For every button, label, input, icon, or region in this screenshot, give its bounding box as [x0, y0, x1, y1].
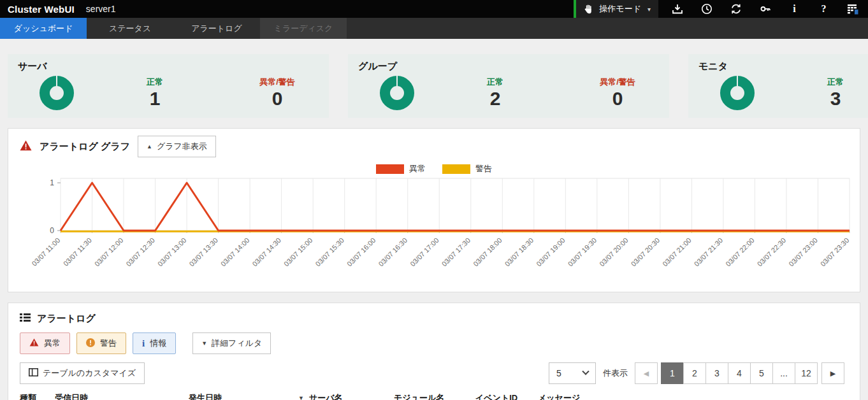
page-button-...[interactable]: ... — [772, 362, 795, 384]
page-button-5[interactable]: 5 — [750, 362, 773, 384]
svg-text:03/07 18:30: 03/07 18:30 — [503, 236, 535, 268]
column-label: イベントID — [475, 392, 517, 400]
filter-label: 情報 — [150, 338, 166, 349]
chart-legend: 異常警告 — [8, 163, 860, 175]
customize-table-button[interactable]: テーブルのカスタマイズ — [20, 362, 145, 384]
summary-card: サーバ正常1異常/警告0 — [8, 54, 329, 118]
alert-panel-title: アラートログ — [37, 313, 96, 325]
tab-ステータス[interactable]: ステータス — [87, 18, 173, 39]
key-icon[interactable] — [759, 3, 771, 15]
refresh-icon[interactable] — [730, 3, 742, 15]
svg-text:03/07 14:00: 03/07 14:00 — [219, 236, 251, 268]
filter-label: 警告 — [100, 338, 117, 349]
summary-card: モニタ正常3異常/警告0 — [688, 54, 868, 118]
column-header-メッセージ[interactable]: メッセージ — [538, 392, 848, 400]
table-toolbar: テーブルのカスタマイズ 5 件表示 ◀12345...12▶ — [20, 362, 848, 384]
stat-label: 正常 — [794, 76, 868, 88]
alert-log-panel: アラートログ 異常警告i情報▼詳細フィルタ テーブルのカスタマイズ 5 件表示 … — [8, 303, 860, 400]
filter-警告-button[interactable]: 警告 — [76, 332, 126, 354]
alert-log-line-chart: 03/07 11:0003/07 11:3003/07 12:0003/07 1… — [15, 175, 857, 278]
svg-text:03/07 11:00: 03/07 11:00 — [30, 236, 61, 268]
info-i-icon: i — [142, 339, 145, 348]
caret-down-icon: ▼ — [201, 340, 207, 346]
sort-desc-icon: ▼ — [298, 395, 304, 400]
caret-right-icon: ▶ — [830, 369, 835, 378]
column-header-種類[interactable]: 種類 — [20, 392, 55, 400]
filter-情報-button[interactable]: i情報 — [133, 332, 176, 354]
svg-text:03/07 16:00: 03/07 16:00 — [345, 236, 377, 268]
page-button-2[interactable]: 2 — [683, 362, 706, 384]
pagination: ◀12345...12▶ — [635, 362, 848, 384]
svg-text:0: 0 — [50, 226, 54, 235]
legend-item: 警告 — [442, 163, 492, 175]
filter-異常-button[interactable]: 異常 — [20, 332, 70, 354]
clock-icon[interactable] — [700, 3, 712, 15]
legend-item: 異常 — [376, 163, 426, 175]
stat-value: 3 — [794, 88, 868, 110]
svg-text:03/07 17:30: 03/07 17:30 — [440, 236, 472, 268]
detail-filter-label: 詳細フィルタ — [212, 338, 262, 349]
info-icon[interactable]: i — [788, 3, 800, 15]
alert-table-header: 種類受信日時発生日時▼サーバ名モジュール名イベントIDメッセージ — [20, 392, 848, 400]
page-button-12[interactable]: 12 — [795, 362, 818, 384]
svg-text:03/07 21:00: 03/07 21:00 — [661, 236, 693, 268]
svg-text:1: 1 — [50, 178, 54, 187]
server-name: server1 — [86, 4, 116, 14]
filter-row: 異常警告i情報▼詳細フィルタ — [20, 332, 848, 354]
column-label: メッセージ — [538, 392, 580, 400]
svg-text:03/07 23:00: 03/07 23:00 — [787, 236, 819, 268]
tab-アラートログ[interactable]: アラートログ — [173, 18, 260, 39]
topbar-icons: i? — [658, 0, 868, 18]
column-header-モジュール名[interactable]: モジュール名 — [394, 392, 475, 400]
prev-page-button[interactable]: ◀ — [635, 362, 658, 384]
page-size-select[interactable]: 5 — [549, 362, 596, 384]
tab-ダッシュボード[interactable]: ダッシュボード — [0, 18, 87, 39]
svg-text:03/07 16:30: 03/07 16:30 — [377, 236, 409, 268]
card-body: 正常1異常/警告0 — [18, 76, 319, 110]
svg-text:03/07 20:00: 03/07 20:00 — [598, 236, 630, 268]
column-header-サーバ名[interactable]: ▼サーバ名 — [298, 392, 394, 400]
page-button-4[interactable]: 4 — [728, 362, 751, 384]
svg-text:03/07 20:30: 03/07 20:30 — [630, 236, 662, 268]
page-button-3[interactable]: 3 — [705, 362, 728, 384]
svg-text:03/07 18:00: 03/07 18:00 — [472, 236, 503, 268]
svg-text:03/07 13:30: 03/07 13:30 — [187, 236, 219, 268]
chevron-down-icon: ▾ — [647, 6, 651, 13]
table-icon — [29, 368, 38, 378]
help-icon[interactable]: ? — [818, 3, 830, 15]
legend-swatch — [442, 164, 470, 174]
status-stat: 異常/警告0 — [576, 76, 659, 110]
stat-label: 異常/警告 — [236, 76, 319, 88]
download-icon[interactable] — [671, 3, 683, 15]
svg-text:03/07 15:30: 03/07 15:30 — [314, 236, 346, 268]
column-header-イベントID[interactable]: イベントID — [475, 392, 538, 400]
svg-text:03/07 23:30: 03/07 23:30 — [819, 236, 851, 268]
hide-graph-button[interactable]: ▲ グラフ非表示 — [138, 136, 216, 157]
stat-value: 0 — [576, 88, 659, 110]
warning-triangle-icon — [29, 338, 39, 348]
tab-ミラーディスク: ミラーディスク — [260, 18, 347, 39]
chevron-down-icon — [582, 368, 589, 375]
svg-text:03/07 21:30: 03/07 21:30 — [693, 236, 725, 268]
svg-text:03/07 14:30: 03/07 14:30 — [250, 236, 282, 268]
status-stat: 正常3 — [794, 76, 868, 110]
column-header-発生日時[interactable]: 発生日時 — [189, 392, 298, 400]
page-button-1[interactable]: 1 — [661, 362, 684, 384]
summary-card: グループ正常2異常/警告0 — [348, 54, 669, 118]
next-page-button[interactable]: ▶ — [821, 362, 844, 384]
svg-text:03/07 12:00: 03/07 12:00 — [93, 236, 125, 268]
svg-text:03/07 17:00: 03/07 17:00 — [409, 236, 440, 268]
warning-circle-icon — [86, 338, 95, 349]
top-bar: Cluster WebUI server1 操作モード ▾ i? — [0, 0, 868, 18]
column-label: 受信日時 — [55, 392, 88, 400]
app-title: Cluster WebUI — [8, 4, 75, 15]
detail-filter-button[interactable]: ▼詳細フィルタ — [192, 332, 271, 354]
status-stat: 正常1 — [113, 76, 196, 110]
operation-mode-dropdown[interactable]: 操作モード ▾ — [574, 0, 658, 18]
filter-label: 異常 — [44, 338, 61, 349]
legend-label: 警告 — [475, 163, 492, 175]
config-table-icon[interactable] — [847, 3, 859, 15]
column-header-受信日時[interactable]: 受信日時 — [55, 392, 189, 400]
topbar-right: 操作モード ▾ i? — [574, 0, 868, 18]
page-size-suffix: 件表示 — [603, 368, 628, 379]
